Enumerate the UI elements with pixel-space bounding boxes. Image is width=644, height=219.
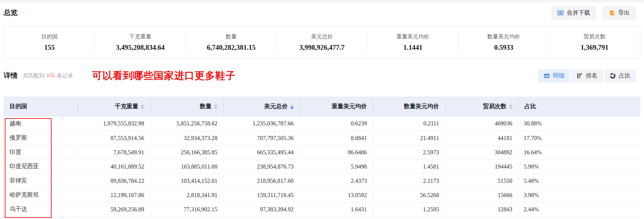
cell-kg-weight: 40,161,889.52 — [78, 159, 150, 174]
cell-quantity: 256,166,385.85 — [150, 145, 223, 159]
column-header-dest-country: 目的国 — [4, 97, 78, 117]
stat-cell-dest-country-count: 目的国155 — [4, 33, 95, 52]
matched-count: 155 — [47, 72, 55, 79]
cell-qty-usd-avg: 1.4581 — [373, 159, 445, 174]
cell-dest-country: 印度 — [4, 145, 78, 159]
stat-label: 贸易次数 — [549, 33, 640, 40]
stat-value: 155 — [44, 44, 55, 51]
column-header-quantity[interactable]: 数量 — [150, 97, 223, 117]
cell-weight-usd-avg: 13.0592 — [300, 188, 373, 202]
stat-value: 1,369,791 — [581, 44, 608, 51]
stat-label: 数量美元均价 — [458, 33, 549, 40]
table-row: 哈萨克斯坦12,199,167.862,818,341.91159,311,71… — [4, 188, 640, 202]
stat-label: 美元总价 — [277, 33, 367, 40]
matched-records-text: 共匹配到 155 条记录 — [23, 72, 73, 79]
rank-icon — [577, 73, 583, 79]
stat-cell-usd-total: 美元总价3,998,926,477.7 — [277, 33, 367, 52]
stat-cell-qty-usd-avg: 数量美元均价0.5933 — [458, 33, 549, 52]
cell-trade-count: 12843 — [445, 202, 518, 216]
table-row: 越南1,979,555,832.985,851,256,758.621,235,… — [4, 117, 640, 131]
merge-icon — [557, 10, 564, 16]
page: 总览 合并下载 导出 目的国155千克重量3,495,208,834.64数量6… — [0, 0, 644, 217]
column-label: 目的国 — [10, 103, 27, 110]
cell-share: 30.88% — [518, 117, 640, 131]
cell-share: 2.44% — [518, 202, 640, 216]
sort-caret — [290, 104, 294, 109]
pie-icon — [610, 73, 616, 79]
cell-share: 16.64% — [518, 145, 640, 159]
stat-value: 3,495,208,834.64 — [116, 44, 165, 51]
cell-weight-usd-avg: 5.9498 — [300, 159, 373, 174]
table-header-row: 目的国千克重量数量美元总价重量美元均价数量美元均价贸易次数占比 — [4, 97, 640, 117]
sort-caret — [214, 104, 218, 109]
cell-usd-total: 665,335,495.44 — [223, 145, 300, 159]
column-header-share: 占比 — [518, 97, 640, 117]
merge-download-label: 合并下载 — [567, 9, 590, 17]
tab-label: 占比 — [619, 72, 630, 80]
merge-download-button[interactable]: 合并下载 — [551, 6, 596, 20]
cell-usd-total: 707,797,505.36 — [223, 131, 300, 145]
matched-prefix: 共匹配到 — [23, 72, 45, 79]
cell-dest-country: 俄罗斯 — [4, 131, 78, 145]
column-header-trade-count[interactable]: 贸易次数 — [445, 97, 518, 117]
details-title: 详情 — [4, 71, 18, 80]
stat-value: 0.5933 — [494, 44, 513, 51]
cell-weight-usd-avg: 2.4373 — [300, 174, 373, 188]
stat-value: 1.1441 — [403, 44, 422, 51]
cell-weight-usd-avg: 0.6239 — [300, 117, 373, 131]
tab-label: 排名 — [586, 72, 597, 80]
stat-cell-weight-usd-avg: 重量美元均价1.1441 — [367, 33, 458, 52]
stat-label: 目的国 — [4, 33, 95, 40]
cell-quantity: 103,414,152.01 — [150, 174, 223, 188]
tab-label: 明细 — [553, 72, 565, 80]
cell-weight-usd-avg: 86.6486 — [300, 145, 373, 159]
cell-dest-country: 越南 — [4, 117, 78, 131]
cell-usd-total: 159,311,718.45 — [223, 188, 300, 202]
column-label: 千克重量 — [115, 103, 138, 110]
export-label: 导出 — [618, 9, 630, 17]
annotation-text: 可以看到哪些国家进口更多鞋子 — [92, 69, 236, 82]
cell-share: 3.98% — [518, 188, 640, 202]
stat-label: 千克重量 — [95, 33, 186, 40]
cell-qty-usd-avg: 1.2595 — [373, 202, 445, 216]
view-tabs: 明细排名占比 — [538, 69, 636, 83]
view-tab-detail[interactable]: 明细 — [538, 69, 570, 83]
cell-kg-weight: 59,269,256.89 — [78, 202, 150, 216]
cell-dest-country: 印度尼西亚 — [4, 159, 78, 174]
overview-stats-card: 目的国155千克重量3,495,208,834.64数量6,740,282,38… — [4, 26, 640, 58]
cell-qty-usd-avg: 21.4911 — [373, 131, 445, 145]
view-tab-share[interactable]: 占比 — [604, 69, 636, 83]
view-tab-rank[interactable]: 排名 — [571, 69, 603, 83]
sort-caret — [509, 104, 512, 109]
cell-kg-weight: 87,553,914.56 — [78, 131, 150, 145]
cell-quantity: 77,316,902.15 — [150, 202, 223, 216]
stat-value: 6,740,282,381.15 — [207, 44, 256, 51]
overview-header: 总览 合并下载 导出 — [4, 3, 640, 20]
cell-qty-usd-avg: 2.5973 — [373, 145, 445, 159]
column-label: 美元总价 — [264, 103, 288, 110]
column-header-kg-weight[interactable]: 千克重量 — [78, 97, 150, 117]
column-header-qty-usd-avg: 数量美元均价 — [373, 97, 445, 117]
cell-usd-total: 238,954,876.73 — [223, 159, 300, 174]
export-button[interactable]: 导出 — [602, 6, 636, 20]
table-row: 乌干达59,269,256.8977,316,902.1597,383,394.… — [4, 202, 640, 216]
stat-cell-kg-weight: 千克重量3,495,208,834.64 — [95, 33, 186, 52]
cell-usd-total: 218,956,817.60 — [223, 174, 300, 188]
column-label: 数量 — [200, 103, 212, 110]
cell-weight-usd-avg: 1.6431 — [300, 202, 373, 216]
cell-kg-weight: 89,836,784.22 — [78, 174, 150, 188]
column-header-usd-total[interactable]: 美元总价 — [223, 97, 300, 117]
cell-share: 17.70% — [518, 131, 640, 145]
details-header-left: 详情 共匹配到 155 条记录 可以看到哪些国家进口更多鞋子 — [4, 69, 236, 82]
details-header: 详情 共匹配到 155 条记录 可以看到哪些国家进口更多鞋子 明细排名占比 — [4, 69, 640, 83]
cell-qty-usd-avg: 0.2111 — [373, 117, 445, 131]
header-buttons: 合并下载 导出 — [551, 6, 636, 20]
table-icon — [544, 73, 550, 79]
matched-suffix: 条记录 — [57, 72, 73, 79]
details-table-wrap: 目的国千克重量数量美元总价重量美元均价数量美元均价贸易次数占比 越南1,979,… — [4, 97, 640, 217]
cell-quantity: 32,934,373.28 — [150, 131, 223, 145]
column-label: 占比 — [525, 103, 536, 110]
column-label: 数量美元均价 — [404, 103, 439, 110]
export-icon — [608, 10, 615, 16]
cell-trade-count: 194445 — [445, 159, 518, 174]
